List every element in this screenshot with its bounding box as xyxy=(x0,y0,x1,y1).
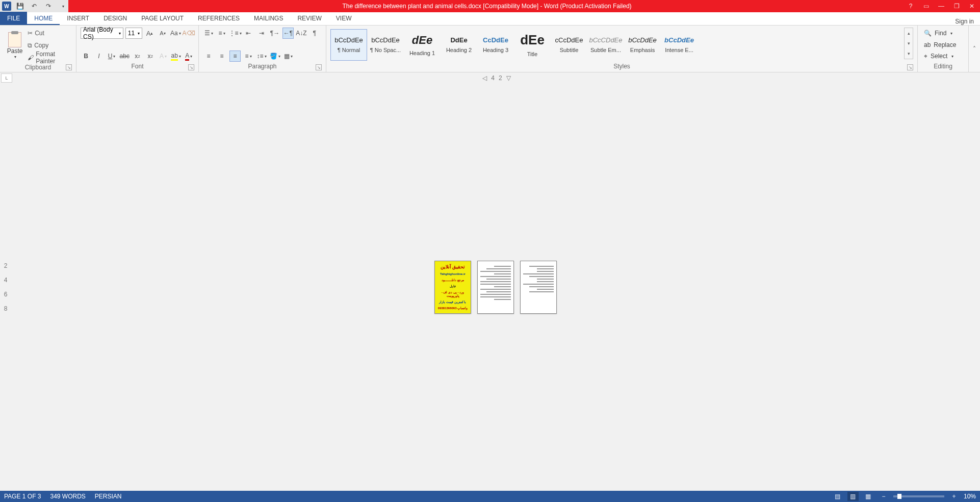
justify-button[interactable]: ≡▾ xyxy=(243,51,254,62)
align-left-button[interactable]: ≡ xyxy=(203,51,214,62)
paste-button[interactable]: Paste ▾ xyxy=(4,28,25,63)
format-painter-button[interactable]: 🖌Format Painter xyxy=(25,52,72,63)
language-status[interactable]: PERSIAN xyxy=(95,493,122,500)
sign-in-link[interactable]: Sign in xyxy=(949,18,980,25)
collapse-ribbon-button[interactable]: ˄ xyxy=(969,26,980,72)
subscript-button[interactable]: x2 xyxy=(132,51,143,62)
help-icon[interactable]: ? xyxy=(906,1,916,11)
borders-button[interactable]: ▦▾ xyxy=(282,51,294,62)
style-name: Title xyxy=(515,51,549,57)
style-emphasis[interactable]: bCcDdEeEmphasis xyxy=(624,29,661,61)
read-mode-button[interactable]: ▤ xyxy=(832,492,843,501)
zoom-out-button[interactable]: − xyxy=(878,492,889,501)
pages-canvas: تحقیق آنلاین Tahghighonline.ir مرجع دانل… xyxy=(11,84,980,491)
page-1[interactable]: تحقیق آنلاین Tahghighonline.ir مرجع دانل… xyxy=(434,261,471,314)
restore-button[interactable]: ❐ xyxy=(951,1,962,11)
page-number-status[interactable]: PAGE 1 OF 3 xyxy=(4,493,41,500)
select-button[interactable]: ⌖Select▾ xyxy=(922,51,962,62)
numbering-button[interactable]: ≡▾ xyxy=(216,28,227,39)
strikethrough-button[interactable]: abc xyxy=(119,51,130,62)
grow-font-button[interactable]: A▴ xyxy=(144,28,155,39)
align-center-button[interactable]: ≡ xyxy=(216,51,227,62)
style--normal[interactable]: bCcDdEe¶ Normal xyxy=(330,29,367,61)
group-clipboard: Paste ▾ ✂Cut ⧉Copy 🖌Format Painter Clipb… xyxy=(0,26,76,72)
save-button[interactable]: 💾 xyxy=(14,1,25,12)
style-heading-1[interactable]: dEeHeading 1 xyxy=(404,29,441,61)
tab-view[interactable]: VIEW xyxy=(329,12,359,25)
style-subtle-em-[interactable]: bCcCDdEeSubtle Em... xyxy=(587,29,624,61)
style-heading-3[interactable]: CcDdEeHeading 3 xyxy=(477,29,514,61)
italic-button[interactable]: I xyxy=(93,51,104,62)
zoom-slider[interactable] xyxy=(893,495,944,497)
line-spacing-button[interactable]: ↕≡▾ xyxy=(256,51,267,62)
page-3[interactable] xyxy=(520,261,557,314)
ltr-button[interactable]: ¶→ xyxy=(269,28,280,39)
copy-button[interactable]: ⧉Copy xyxy=(25,40,72,51)
zoom-in-button[interactable]: + xyxy=(948,492,960,501)
tab-references[interactable]: REFERENCES xyxy=(191,12,247,25)
font-size-combo[interactable]: 11▾ xyxy=(125,28,142,39)
shading-button[interactable]: 🪣▾ xyxy=(269,51,280,62)
cut-button[interactable]: ✂Cut xyxy=(25,28,72,39)
tab-home[interactable]: HOME xyxy=(27,12,60,25)
page-2[interactable] xyxy=(477,261,514,314)
text-effects-button[interactable]: A▾ xyxy=(158,51,168,62)
tab-file[interactable]: FILE xyxy=(0,12,27,25)
multilevel-list-button[interactable]: ⋮≡▾ xyxy=(229,28,241,39)
clipboard-launcher[interactable]: ↘ xyxy=(66,64,72,70)
show-marks-button[interactable]: ¶ xyxy=(309,28,320,39)
rtl-button[interactable]: ←¶ xyxy=(282,28,294,39)
styles-launcher[interactable]: ↘ xyxy=(907,64,913,70)
styles-more-button[interactable]: ▴▾▾ xyxy=(904,28,913,59)
editing-label: Editing xyxy=(934,63,952,70)
find-button[interactable]: 🔍Find▾ xyxy=(922,28,962,39)
shrink-font-button[interactable]: A▾ xyxy=(157,28,168,39)
decrease-indent-button[interactable]: ⇤ xyxy=(243,28,254,39)
tab-design[interactable]: DESIGN xyxy=(96,12,134,25)
bold-button[interactable]: B xyxy=(81,51,91,62)
vertical-ruler[interactable]: 2 4 6 8 xyxy=(0,84,11,491)
superscript-button[interactable]: x2 xyxy=(145,51,156,62)
font-launcher[interactable]: ↘ xyxy=(188,64,194,70)
undo-button[interactable]: ↶ xyxy=(29,1,40,12)
print-layout-button[interactable]: ▥ xyxy=(847,492,859,501)
styles-gallery: bCcDdEe¶ NormalbCcDdEe¶ No Spac...dEeHea… xyxy=(330,28,904,62)
style-heading-2[interactable]: DdEeHeading 2 xyxy=(441,29,477,61)
minimize-button[interactable]: — xyxy=(936,1,946,11)
increase-indent-button[interactable]: ⇥ xyxy=(256,28,267,39)
window-title: The difference between plant and animal … xyxy=(68,0,906,12)
quick-access-toolbar: W 💾 ↶ ↷ ▾ xyxy=(0,1,68,12)
style--no-spac-[interactable]: bCcDdEe¶ No Spac... xyxy=(367,29,404,61)
underline-button[interactable]: U▾ xyxy=(106,51,117,62)
style-intense-e-[interactable]: bCcDdEeIntense E... xyxy=(661,29,698,61)
web-layout-button[interactable]: ▦ xyxy=(863,492,874,501)
tab-review[interactable]: REVIEW xyxy=(290,12,328,25)
qat-customize[interactable]: ▾ xyxy=(57,1,68,12)
document-area[interactable]: 2 4 6 8 تحقیق آنلاین Tahghighonline.ir م… xyxy=(0,84,980,491)
tab-mailings[interactable]: MAILINGS xyxy=(247,12,290,25)
align-right-button[interactable]: ≡ xyxy=(229,51,241,62)
style-subtitle[interactable]: cCcDdEeSubtitle xyxy=(551,29,587,61)
word-count-status[interactable]: 349 WORDS xyxy=(50,493,85,500)
ruler-corner-button[interactable]: L xyxy=(1,73,12,83)
tab-insert[interactable]: INSERT xyxy=(60,12,96,25)
style-title[interactable]: dEeTitle xyxy=(514,29,551,61)
change-case-button[interactable]: Aa▾ xyxy=(170,28,181,39)
tab-page-layout[interactable]: PAGE LAYOUT xyxy=(134,12,191,25)
redo-button[interactable]: ↷ xyxy=(43,1,54,12)
sort-button[interactable]: A↓Z xyxy=(296,28,307,39)
highlight-button[interactable]: ab▾ xyxy=(171,51,182,62)
font-name-combo[interactable]: Arial (Body CS)▾ xyxy=(81,28,123,39)
group-paragraph: ☰▾ ≡▾ ⋮≡▾ ⇤ ⇥ ¶→ ←¶ A↓Z ¶ ≡ ≡ ≡ ≡▾ ↕≡▾ 🪣… xyxy=(199,26,326,72)
close-button[interactable]: ✕ xyxy=(967,1,977,11)
ribbon-display-button[interactable]: ▭ xyxy=(921,1,931,11)
zoom-level[interactable]: 10% xyxy=(964,493,976,500)
bullets-button[interactable]: ☰▾ xyxy=(203,28,214,39)
brush-icon: 🖌 xyxy=(28,54,34,61)
font-color-button[interactable]: A▾ xyxy=(184,51,194,62)
ruler-indent-marker[interactable]: ▽ xyxy=(506,74,511,82)
replace-button[interactable]: abReplace xyxy=(922,39,962,51)
clear-formatting-button[interactable]: A⌫ xyxy=(183,28,194,39)
paragraph-launcher[interactable]: ↘ xyxy=(316,64,322,70)
horizontal-ruler[interactable]: ◁ 4 2 ▽ xyxy=(13,72,980,84)
